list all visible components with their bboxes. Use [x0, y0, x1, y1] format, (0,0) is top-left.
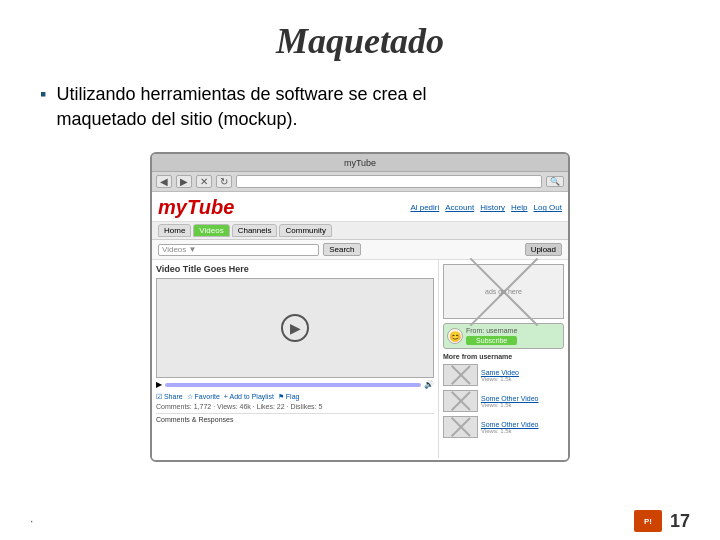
- refresh-button[interactable]: ↻: [216, 175, 232, 188]
- play-icon[interactable]: ▶: [156, 380, 162, 389]
- tab-community[interactable]: Community: [279, 224, 331, 237]
- thumb-details-3: Some Other Video Views: 1.5k: [481, 421, 538, 434]
- comments-label: Comments & Responses: [156, 416, 233, 423]
- close-button[interactable]: ✕: [196, 175, 212, 188]
- video-controls: ▶ 🔊: [156, 378, 434, 391]
- thumb-views-1: Views: 1.5k: [481, 376, 519, 382]
- slide-number-box: P! 17: [634, 510, 690, 532]
- volume-icon[interactable]: 🔊: [424, 380, 434, 389]
- user-info: From: username Subscribe: [466, 327, 517, 345]
- browser-toolbar: ◀ ▶ ✕ ↻ 🔍: [152, 172, 568, 192]
- search-input[interactable]: Videos ▼: [158, 244, 319, 256]
- thumb-title-3[interactable]: Some Other Video: [481, 421, 538, 428]
- video-section: Video Title Goes Here ▶ ▶ 🔊 ☑ Share ☆ Fa…: [152, 260, 438, 458]
- tab-videos[interactable]: Videos: [193, 224, 229, 237]
- subscribe-button[interactable]: Subscribe: [466, 336, 517, 345]
- share-link[interactable]: ☑ Share: [156, 393, 183, 401]
- logo-my: my: [158, 196, 187, 218]
- site-search-bar: Videos ▼ Search Upload: [152, 240, 568, 260]
- user-box: 😊 From: username Subscribe: [443, 323, 564, 349]
- site-nav-links: Al pediri Account History Help Log Out: [410, 203, 562, 212]
- video-info: Comments: 1,772 · Views: 46k · Likes: 22…: [156, 403, 434, 410]
- bullet-section: ▪ Utilizando herramientas de software se…: [40, 82, 680, 132]
- thumb-details-2: Some Other Video Views: 1.5k: [481, 395, 538, 408]
- play-button[interactable]: ▶: [281, 314, 309, 342]
- comments-section: Comments & Responses: [156, 413, 434, 423]
- sidebar-section: ads go here 😊 From: username Subscribe M…: [438, 260, 568, 458]
- browser-titlebar: myTube: [152, 154, 568, 172]
- go-button[interactable]: 🔍: [546, 176, 564, 187]
- slide-dot: ·: [30, 514, 33, 528]
- slide-title: Maquetado: [276, 20, 444, 62]
- more-from-label: More from username: [443, 353, 564, 360]
- thumb-item-3: Some Other Video Views: 1.5k: [443, 416, 564, 438]
- nav-logout[interactable]: Log Out: [534, 203, 562, 212]
- address-bar[interactable]: [236, 175, 542, 188]
- upload-button[interactable]: Upload: [525, 243, 562, 256]
- add-playlist-link[interactable]: + Add to Playlist: [224, 393, 274, 401]
- site-header: myTube Al pediri Account History Help Lo…: [152, 192, 568, 222]
- slide-container: Maquetado ▪ Utilizando herramientas de s…: [0, 0, 720, 540]
- nav-al-pediri[interactable]: Al pediri: [410, 203, 439, 212]
- nav-history[interactable]: History: [480, 203, 505, 212]
- thumb-item-1: Same Video Views: 1.5k: [443, 364, 564, 386]
- action-bar: ☑ Share ☆ Favorite + Add to Playlist ⚑ F…: [156, 393, 434, 401]
- thumb-title-1[interactable]: Same Video: [481, 369, 519, 376]
- mockup-browser: myTube ◀ ▶ ✕ ↻ 🔍 myTube Al pediri Accoun…: [150, 152, 570, 462]
- video-title: Video Title Goes Here: [156, 264, 434, 274]
- thumb-details-1: Same Video Views: 1.5k: [481, 369, 519, 382]
- thumb-views-3: Views: 1.5k: [481, 428, 538, 434]
- tab-home[interactable]: Home: [158, 224, 191, 237]
- search-button[interactable]: Search: [323, 243, 360, 256]
- slide-number: 17: [670, 511, 690, 532]
- nav-help[interactable]: Help: [511, 203, 527, 212]
- slide-bottom: · P! 17: [0, 510, 720, 532]
- thumb-title-2[interactable]: Some Other Video: [481, 395, 538, 402]
- user-avatar: 😊: [447, 328, 463, 344]
- logo-tube: Tube: [187, 196, 234, 218]
- placeholder-label: ads go here: [485, 288, 522, 295]
- browser-content: myTube Al pediri Account History Help Lo…: [152, 192, 568, 460]
- thumb-image-1: [443, 364, 478, 386]
- browser-title: myTube: [344, 158, 376, 168]
- bullet-icon: ▪: [40, 84, 46, 105]
- video-player[interactable]: ▶: [156, 278, 434, 378]
- bullet-text: Utilizando herramientas de software se c…: [56, 82, 426, 132]
- forward-button[interactable]: ▶: [176, 175, 192, 188]
- nav-account[interactable]: Account: [445, 203, 474, 212]
- site-tabs: Home Videos Channels Community: [152, 222, 568, 240]
- thumb-item-2: Some Other Video Views: 1.5k: [443, 390, 564, 412]
- thumb-image-3: [443, 416, 478, 438]
- site-main: Video Title Goes Here ▶ ▶ 🔊 ☑ Share ☆ Fa…: [152, 260, 568, 458]
- user-from-label: From: username: [466, 327, 517, 334]
- favorite-link[interactable]: ☆ Favorite: [187, 393, 220, 401]
- flag-link[interactable]: ⚑ Flag: [278, 393, 300, 401]
- progress-bar[interactable]: [165, 383, 421, 387]
- ppt-logo: P!: [634, 510, 662, 532]
- tab-channels[interactable]: Channels: [232, 224, 278, 237]
- thumb-placeholder-1: [444, 365, 477, 385]
- back-button[interactable]: ◀: [156, 175, 172, 188]
- main-placeholder-image: ads go here: [443, 264, 564, 319]
- thumb-placeholder-3: [444, 417, 477, 437]
- thumb-views-2: Views: 1.5k: [481, 402, 538, 408]
- thumb-image-2: [443, 390, 478, 412]
- site-logo: myTube: [158, 196, 234, 219]
- thumb-placeholder-2: [444, 391, 477, 411]
